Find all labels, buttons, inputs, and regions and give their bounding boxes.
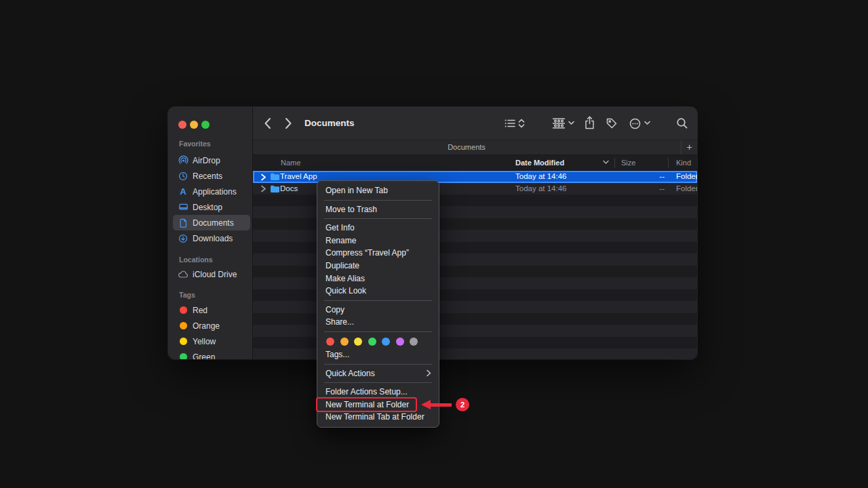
search-icon[interactable] (676, 117, 688, 129)
forward-button[interactable] (285, 117, 292, 129)
sidebar-item-recents[interactable]: Recents (173, 168, 250, 184)
red-tag-dot (178, 305, 189, 316)
file-date-modified: Today at 14:46 (515, 183, 566, 195)
sort-chevron-icon[interactable] (603, 160, 609, 165)
sidebar-tag-red[interactable]: Red (173, 302, 250, 318)
back-button[interactable] (264, 117, 271, 129)
sidebar-item-airdrop[interactable]: AirDrop (173, 152, 250, 168)
close-window-button[interactable] (178, 121, 186, 129)
tab-documents[interactable]: Documents (253, 140, 680, 155)
share-icon[interactable] (584, 116, 595, 130)
tag-orange-dot[interactable] (340, 338, 349, 346)
menu-separator (324, 200, 432, 201)
sidebar-item-documents[interactable]: Documents (173, 215, 250, 230)
file-size: -- (629, 183, 665, 195)
sidebar-tag-green[interactable]: Green (173, 349, 250, 359)
minimize-window-button[interactable] (190, 121, 198, 129)
menu-item-rename[interactable]: Rename (317, 235, 439, 247)
sidebar-item-label: AirDrop (193, 156, 220, 165)
more-actions-chevron-icon[interactable] (644, 121, 650, 125)
file-name: Docs (280, 183, 298, 195)
menu-item-move-to-trash[interactable]: Move to Trash (317, 203, 439, 216)
applications-icon: A (178, 186, 189, 197)
group-by-chevron-icon[interactable] (568, 121, 574, 125)
tag-yellow-dot[interactable] (354, 338, 362, 346)
download-icon (178, 233, 189, 244)
annotation-step-badge: 2 (456, 398, 469, 411)
column-name[interactable]: Name (281, 155, 300, 170)
view-sort-chevrons-icon[interactable] (518, 118, 525, 129)
sidebar-item-applications[interactable]: A Applications (173, 184, 250, 199)
document-icon (178, 218, 189, 228)
sidebar-item-icloud-drive[interactable]: iCloud Drive (173, 266, 250, 282)
menu-separator (324, 364, 432, 365)
column-divider[interactable] (668, 158, 669, 168)
sidebar-item-downloads[interactable]: Downloads (173, 230, 250, 246)
submenu-chevron-icon (427, 369, 431, 377)
column-size[interactable]: Size (621, 155, 635, 170)
menu-item-quick-actions[interactable]: Quick Actions (317, 367, 439, 380)
column-header: Name Date Modified Size Kind (253, 155, 697, 171)
cloud-icon (178, 269, 189, 280)
column-divider[interactable] (614, 158, 615, 168)
desktop-icon (178, 202, 189, 213)
file-kind: Folder (676, 183, 697, 195)
tag-icon[interactable] (606, 117, 618, 129)
menu-separator (324, 331, 432, 332)
zoom-window-button[interactable] (201, 121, 210, 129)
tag-green-dot[interactable] (368, 338, 376, 346)
group-by-icon[interactable] (552, 117, 566, 129)
menu-item-open-in-new-tab[interactable]: Open in New Tab (317, 184, 439, 197)
toolbar: Documents (253, 107, 697, 140)
airdrop-icon (178, 155, 189, 166)
folder-icon (270, 172, 279, 181)
window-title: Documents (304, 118, 355, 128)
locations-heading: Locations (179, 256, 213, 264)
menu-item-make-alias[interactable]: Make Alias (317, 272, 439, 285)
file-kind: Folder (676, 171, 697, 183)
menu-item-share[interactable]: Share... (317, 316, 439, 329)
new-tab-button[interactable]: + (681, 140, 697, 155)
column-kind[interactable]: Kind (676, 155, 691, 170)
folder-icon (270, 184, 279, 193)
menu-item-compress[interactable]: Compress “Travel App” (317, 247, 439, 260)
menu-item-new-terminal-tab-at-folder[interactable]: New Terminal Tab at Folder (317, 411, 439, 424)
sidebar-item-label: iCloud Drive (193, 270, 237, 279)
file-size: -- (629, 171, 665, 183)
sidebar-item-label: Yellow (193, 337, 216, 346)
column-date-modified[interactable]: Date Modified (515, 155, 564, 170)
sidebar-item-label: Red (193, 306, 208, 315)
menu-separator (324, 218, 432, 219)
sidebar-tag-orange[interactable]: Orange (173, 318, 250, 333)
sidebar-item-label: Recents (193, 171, 222, 181)
disclosure-chevron-icon[interactable] (260, 174, 267, 181)
menu-separator (324, 382, 432, 383)
menu-item-copy[interactable]: Copy (317, 304, 439, 317)
sidebar: Favorites AirDrop Recents (168, 107, 253, 359)
menu-item-duplicate[interactable]: Duplicate (317, 260, 439, 272)
tags-heading: Tags (179, 291, 195, 299)
tag-purple-dot[interactable] (396, 338, 404, 346)
list-view-icon[interactable] (504, 117, 516, 129)
tab-bar: Documents + (253, 140, 697, 155)
tag-red-dot[interactable] (326, 338, 334, 346)
disclosure-chevron-icon[interactable] (260, 185, 267, 192)
annotation-arrow-shaft (429, 403, 452, 407)
tag-gray-dot[interactable] (410, 338, 418, 346)
sidebar-item-label: Documents (193, 218, 234, 228)
sidebar-tag-yellow[interactable]: Yellow (173, 333, 250, 349)
favorites-heading: Favorites (179, 140, 211, 148)
menu-item-new-terminal-at-folder[interactable]: New Terminal at Folder 2 (317, 399, 439, 411)
sidebar-item-label: Orange (193, 321, 220, 331)
green-tag-dot (178, 352, 189, 360)
menu-item-get-info[interactable]: Get Info (317, 222, 439, 235)
tag-color-row (317, 335, 439, 348)
more-actions-icon[interactable] (629, 117, 642, 130)
sidebar-item-label: Applications (193, 187, 237, 197)
tag-blue-dot[interactable] (382, 338, 390, 346)
sidebar-item-desktop[interactable]: Desktop (173, 199, 250, 215)
menu-item-tags[interactable]: Tags... (317, 348, 439, 361)
desktop-background: Favorites AirDrop Recents (0, 0, 868, 488)
menu-item-quick-look[interactable]: Quick Look (317, 285, 439, 298)
menu-item-folder-actions-setup[interactable]: Folder Actions Setup... (317, 386, 439, 399)
